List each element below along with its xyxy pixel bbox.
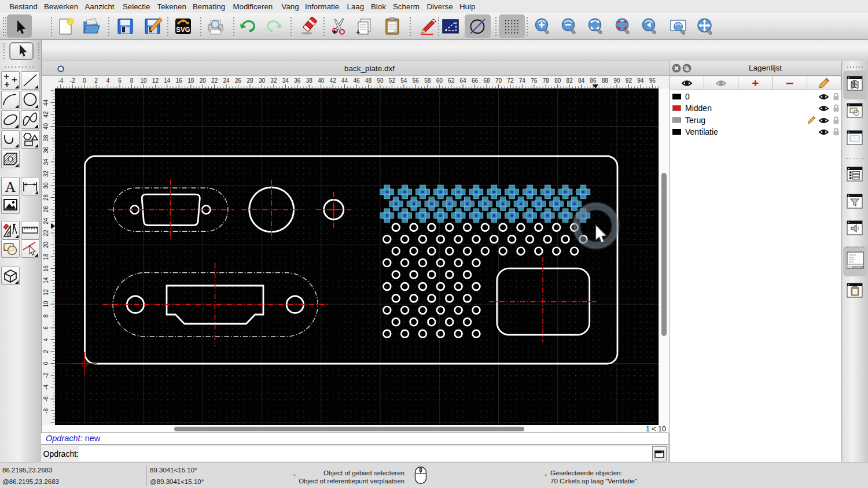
svg-text:40: 40 bbox=[43, 123, 49, 130]
svg-text:16: 16 bbox=[43, 265, 49, 272]
svg-text:A: A bbox=[5, 179, 16, 195]
svg-text:22: 22 bbox=[211, 77, 218, 84]
svg-text:10: 10 bbox=[140, 77, 147, 84]
svg-text:54: 54 bbox=[400, 77, 407, 84]
svg-text:38: 38 bbox=[43, 135, 49, 142]
svg-text:12: 12 bbox=[152, 77, 159, 84]
svg-text:-8: -8 bbox=[43, 408, 49, 413]
svg-text:60: 60 bbox=[436, 77, 443, 84]
svg-text:22: 22 bbox=[43, 230, 49, 236]
svg-text:20: 20 bbox=[200, 77, 207, 84]
svg-text:48: 48 bbox=[365, 77, 372, 84]
svg-text:+: + bbox=[356, 28, 361, 36]
svg-text:42: 42 bbox=[330, 77, 337, 84]
svg-text:72: 72 bbox=[507, 77, 514, 84]
svg-text:28: 28 bbox=[43, 194, 49, 201]
svg-text:32: 32 bbox=[43, 171, 49, 178]
svg-text:24: 24 bbox=[223, 77, 230, 84]
svg-text:18: 18 bbox=[43, 253, 49, 260]
svg-text:40: 40 bbox=[318, 77, 325, 84]
svg-text:8: 8 bbox=[43, 314, 49, 317]
svg-text:-6: -6 bbox=[43, 396, 49, 401]
svg-text:68: 68 bbox=[483, 77, 490, 84]
svg-text:38: 38 bbox=[306, 77, 313, 84]
svg-text:-4: -4 bbox=[58, 77, 63, 84]
svg-text:2: 2 bbox=[94, 77, 98, 84]
svg-text:74: 74 bbox=[519, 77, 526, 84]
svg-text:20: 20 bbox=[43, 242, 49, 249]
svg-text:8: 8 bbox=[130, 77, 134, 84]
svg-text:88: 88 bbox=[602, 77, 609, 84]
svg-text:34: 34 bbox=[282, 77, 289, 84]
svg-text:56: 56 bbox=[413, 77, 420, 84]
svg-text:34: 34 bbox=[43, 158, 49, 165]
svg-text:90: 90 bbox=[613, 77, 620, 84]
svg-text:26: 26 bbox=[43, 206, 49, 213]
svg-text:24: 24 bbox=[43, 218, 49, 225]
svg-text:26: 26 bbox=[235, 77, 242, 84]
svg-text:44: 44 bbox=[341, 77, 348, 84]
svg-text:92: 92 bbox=[626, 77, 632, 84]
svg-text:4: 4 bbox=[43, 338, 49, 341]
svg-text:+: + bbox=[332, 27, 337, 36]
svg-text:42: 42 bbox=[43, 111, 49, 118]
svg-text:6: 6 bbox=[118, 77, 122, 84]
svg-text:-2: -2 bbox=[70, 77, 75, 84]
svg-text:70: 70 bbox=[495, 77, 502, 84]
svg-text:0: 0 bbox=[83, 77, 86, 84]
svg-text:82: 82 bbox=[567, 77, 573, 84]
svg-text:6: 6 bbox=[43, 326, 49, 330]
svg-text:58: 58 bbox=[424, 77, 431, 84]
svg-text:SVG: SVG bbox=[176, 26, 190, 33]
svg-text:32: 32 bbox=[270, 77, 277, 84]
svg-text:36: 36 bbox=[43, 147, 49, 154]
svg-text:84: 84 bbox=[578, 77, 585, 84]
svg-text:16: 16 bbox=[176, 77, 183, 84]
svg-text:2: 2 bbox=[43, 350, 49, 353]
svg-text:36: 36 bbox=[294, 77, 301, 84]
svg-text:14: 14 bbox=[43, 277, 49, 284]
svg-text:0: 0 bbox=[43, 361, 49, 365]
svg-text:52: 52 bbox=[389, 77, 396, 84]
svg-text:78: 78 bbox=[543, 77, 550, 84]
svg-text:96: 96 bbox=[649, 77, 656, 84]
svg-text:-4: -4 bbox=[43, 385, 49, 390]
svg-text:30: 30 bbox=[43, 182, 49, 189]
svg-text:28: 28 bbox=[247, 77, 253, 84]
svg-text:30: 30 bbox=[259, 77, 266, 84]
svg-text:50: 50 bbox=[377, 77, 384, 84]
svg-text:4: 4 bbox=[106, 77, 110, 84]
svg-text:44: 44 bbox=[43, 99, 49, 106]
svg-text:-2: -2 bbox=[43, 372, 49, 378]
svg-text:94: 94 bbox=[637, 77, 644, 84]
svg-text:76: 76 bbox=[531, 77, 538, 84]
svg-text:10: 10 bbox=[43, 301, 49, 308]
svg-text:64: 64 bbox=[460, 77, 467, 84]
svg-text:62: 62 bbox=[448, 77, 455, 84]
svg-text:12: 12 bbox=[43, 289, 49, 296]
svg-text:86: 86 bbox=[590, 77, 597, 84]
svg-text:66: 66 bbox=[472, 77, 479, 84]
svg-text:18: 18 bbox=[187, 77, 194, 84]
svg-text:46: 46 bbox=[353, 77, 360, 84]
svg-text:14: 14 bbox=[164, 77, 171, 84]
svg-text:80: 80 bbox=[554, 77, 561, 84]
svg-text:> command: > command bbox=[849, 265, 864, 268]
